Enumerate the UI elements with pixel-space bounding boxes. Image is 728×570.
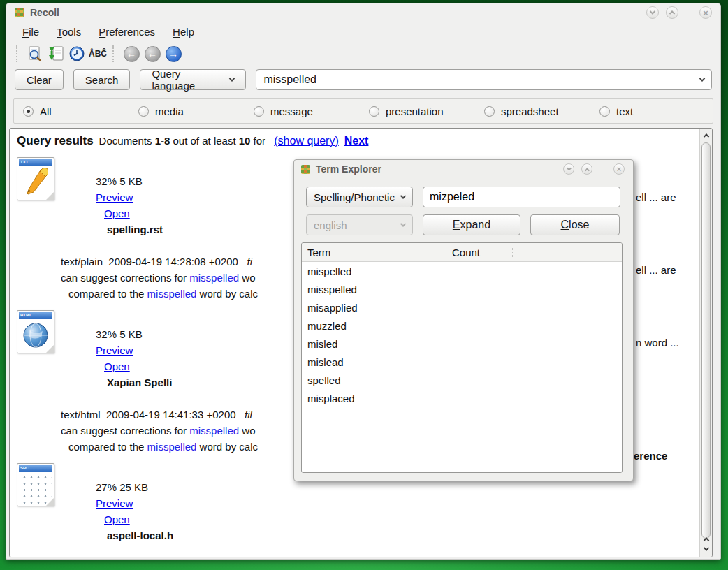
maximize-button[interactable] [666,6,678,19]
abc-term-explorer-icon[interactable]: ÅBĈ [87,43,108,64]
preview-link[interactable]: Preview [96,344,133,356]
doc-snippet: compared to the misspelled word by calc [61,439,258,455]
scroll-up-icon[interactable] [700,130,712,140]
term-row[interactable]: mispelled [302,262,622,280]
main-titlebar[interactable]: Recoll × [6,3,720,22]
term-row[interactable]: muzzled [302,316,622,335]
toolbar-grip[interactable] [16,45,20,62]
term-row[interactable]: misplaced [302,389,622,407]
next-page-link[interactable]: Next [344,135,369,147]
preview-link[interactable]: Preview [96,191,133,203]
close-dialog-button[interactable]: Close [530,214,620,235]
doc-snippet: can suggest corrections for misspelled w… [61,270,258,286]
next-page-icon[interactable]: → [163,43,184,64]
term-row[interactable]: spelled [302,371,622,389]
scrollbar-thumb[interactable] [701,142,711,539]
filter-spreadsheet[interactable]: spreadsheet [475,105,590,117]
filter-media[interactable]: media [129,105,245,117]
relevance-size: 32% 5 KB [96,175,143,187]
chevron-down-icon [400,193,406,198]
expansion-mode-select[interactable]: Spelling/Phonetic [306,187,413,207]
src-file-icon[interactable]: SRC [17,463,54,506]
menu-help[interactable]: Help [166,24,201,40]
close-button[interactable]: × [613,163,625,175]
chevron-down-icon [229,75,235,81]
maximize-button[interactable] [581,163,592,175]
results-header: Query results Documents 1-8 out of at le… [17,134,699,148]
doc-snippet: compared to the misspelled word by calc [61,286,258,302]
clock-icon[interactable] [66,43,87,64]
recoll-app-icon [15,8,24,17]
open-link[interactable]: Open [104,513,130,525]
filter-presentation[interactable]: presentation [360,105,475,117]
menubar: File Tools Preferences Help [6,22,720,41]
term-row[interactable]: misapplied [302,298,622,316]
preview-link[interactable]: Preview [96,497,133,509]
toolbar: ÅBĈ ← ← → [6,41,720,66]
doc-snippet: can suggest corrections for misspelled w… [61,423,258,439]
txt-file-icon[interactable]: TXT [17,157,54,200]
menu-preferences[interactable]: Preferences [92,24,161,40]
snippet-fragment: ell ... are [636,264,676,276]
query-language-select[interactable]: Query language [140,69,246,90]
term-table: Term Count mispelled misspelled misappli… [301,242,623,473]
clear-button[interactable]: Clear [15,69,64,90]
doc-sort-arrows-icon[interactable] [45,43,66,64]
search-row: Clear Search Query language [6,66,720,93]
term-row[interactable]: mislead [302,353,622,371]
term-row[interactable]: misled [302,335,622,353]
toolbar-grip[interactable] [112,45,117,62]
chevron-up-icon [669,10,675,16]
doc-title: Xapian Spelli [107,377,172,388]
radio-icon[interactable] [484,106,495,117]
doc-meta: text/plain 2009-04-19 14:28:08 +0200 fi [61,254,258,270]
minimize-button[interactable] [646,6,659,19]
results-title: Query results [17,134,94,148]
search-button[interactable]: Search [73,69,131,90]
result-text: 27% 25 KB Preview Open aspell-local.h te… [61,463,262,557]
scroll-down-icon[interactable] [700,543,712,554]
relevance-size: 27% 25 KB [96,481,148,493]
category-filterbar: All media message presentation spreadshe… [13,98,713,124]
term-table-header[interactable]: Term Count [302,243,622,262]
first-page-icon[interactable]: ← [121,43,142,64]
expand-button[interactable]: Expand [423,214,520,235]
minimize-button[interactable] [563,163,574,175]
html-file-icon[interactable]: HTML [17,310,54,353]
results-scrollbar[interactable] [699,129,712,557]
menu-file[interactable]: File [16,24,45,40]
column-term[interactable]: Term [302,247,446,258]
doc-meta: text/html 2009-04-19 14:41:33 +0200 fil [61,407,258,423]
close-icon: × [703,8,708,17]
term-input-box[interactable] [423,187,620,207]
language-select: english [306,214,413,235]
term-row[interactable]: misspelled [302,280,622,298]
close-button[interactable]: × [699,6,712,19]
scroll-up-icon[interactable] [700,534,712,544]
dialog-titlebar[interactable]: Term Explorer × [294,160,633,178]
snippet-fragment: ell ... are [636,191,676,203]
filter-text[interactable]: text [590,105,706,117]
open-link[interactable]: Open [104,360,130,372]
relevance-size: 32% 5 KB [96,328,143,340]
previous-page-icon[interactable]: ← [142,43,163,64]
term-input[interactable] [430,191,613,203]
query-input-combo[interactable] [256,69,712,90]
result-text: 32% 5 KB Preview Open spelling.rst text/… [61,157,258,302]
doc-title: aspell-local.h [107,529,173,541]
doc-magnifier-icon[interactable] [24,43,45,64]
menu-tools[interactable]: Tools [50,24,87,40]
radio-icon[interactable] [369,106,379,117]
filter-message[interactable]: message [245,105,360,117]
radio-icon[interactable] [254,106,264,117]
radio-icon[interactable] [599,106,610,117]
window-title: Recoll [30,7,59,18]
filter-all[interactable]: All [14,105,129,117]
radio-icon[interactable] [23,106,34,117]
radio-icon[interactable] [138,106,149,117]
chevron-down-icon [699,75,705,81]
show-query-link[interactable]: (show query) [274,135,338,147]
query-input[interactable] [263,73,700,86]
open-link[interactable]: Open [104,207,130,219]
column-count[interactable]: Count [446,247,513,258]
